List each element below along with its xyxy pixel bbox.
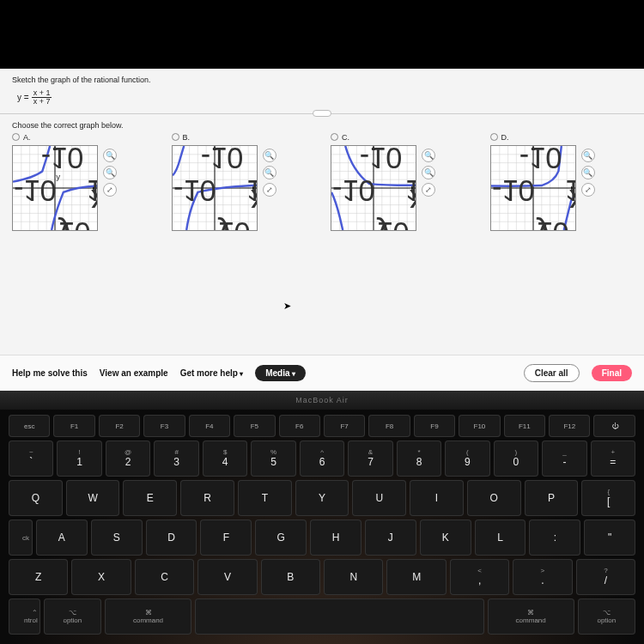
key-r[interactable]: R xyxy=(180,480,234,516)
key-o[interactable]: O xyxy=(467,480,521,516)
key-esc[interactable]: esc xyxy=(9,415,50,437)
key-quote[interactable]: " xyxy=(584,519,635,556)
key-backtick[interactable]: ~` xyxy=(9,440,53,477)
fullscreen-button[interactable]: ⤢ xyxy=(581,183,595,197)
clear-all-button[interactable]: Clear all xyxy=(524,364,580,382)
key-2[interactable]: @2 xyxy=(106,440,150,477)
svg-text:-10: -10 xyxy=(200,145,243,174)
key-minus[interactable]: _- xyxy=(542,440,586,477)
svg-text:y: y xyxy=(535,217,552,231)
question-prompt: Sketch the graph of the rational functio… xyxy=(12,76,632,84)
graph-b[interactable]: 10-1010-10xy xyxy=(172,145,258,231)
media-button[interactable]: Media xyxy=(255,365,306,381)
key-option-left[interactable]: ⌥option xyxy=(44,598,101,635)
key-0[interactable]: )0 xyxy=(494,440,538,477)
key-6[interactable]: ^6 xyxy=(300,440,344,477)
graph-a[interactable]: y 10-1010-10xy xyxy=(12,145,98,231)
key-a[interactable]: A xyxy=(36,519,88,556)
key-q[interactable]: Q xyxy=(9,480,63,516)
zoom-out-button[interactable]: 🔍 xyxy=(581,166,595,179)
key-space[interactable] xyxy=(195,598,484,635)
key-equals[interactable]: += xyxy=(591,440,635,477)
key-s[interactable]: S xyxy=(91,519,143,556)
zoom-controls-c: 🔍 🔍 ⤢ xyxy=(422,145,435,197)
zoom-out-button[interactable]: 🔍 xyxy=(103,166,117,179)
key-f3[interactable]: F3 xyxy=(143,415,185,437)
key-p[interactable]: P xyxy=(525,480,579,516)
qwerty-row: Q W E R T Y U I O P {[ xyxy=(9,480,635,516)
key-5[interactable]: %5 xyxy=(251,440,295,477)
key-t[interactable]: T xyxy=(238,480,292,516)
key-m[interactable]: M xyxy=(386,559,446,595)
fullscreen-button[interactable]: ⤢ xyxy=(103,183,117,197)
key-u[interactable]: U xyxy=(352,480,406,516)
key-slash[interactable]: ?/ xyxy=(576,559,635,595)
graph-d[interactable]: 10-1010-10xy xyxy=(490,145,576,231)
laptop-label: MacBook Air xyxy=(0,391,644,410)
key-command-left[interactable]: ⌘command xyxy=(105,598,191,635)
key-f9[interactable]: F9 xyxy=(414,415,455,437)
key-period[interactable]: >. xyxy=(513,559,572,595)
key-l[interactable]: L xyxy=(475,519,526,556)
key-j[interactable]: J xyxy=(365,519,416,556)
radio-c[interactable] xyxy=(331,133,338,141)
key-bracket-left[interactable]: {[ xyxy=(581,480,635,516)
key-f1[interactable]: F1 xyxy=(53,415,94,437)
key-control[interactable]: ⌃ntrol xyxy=(9,598,40,635)
key-9[interactable]: (9 xyxy=(445,440,489,477)
get-more-help-button[interactable]: Get more help xyxy=(180,368,243,378)
key-f12[interactable]: F12 xyxy=(549,415,590,437)
bottom-row: ⌃ntrol ⌥option ⌘command ⌘command ⌥option xyxy=(9,598,635,635)
key-f5[interactable]: F5 xyxy=(234,415,275,437)
zoom-out-button[interactable]: 🔍 xyxy=(263,166,276,179)
radio-b[interactable] xyxy=(172,133,179,141)
key-i[interactable]: I xyxy=(410,480,464,516)
zoom-in-button[interactable]: 🔍 xyxy=(581,149,595,162)
zoom-out-button[interactable]: 🔍 xyxy=(422,166,435,179)
key-z[interactable]: Z xyxy=(9,559,68,595)
key-8[interactable]: *8 xyxy=(397,440,441,477)
key-capslock[interactable]: ck xyxy=(9,519,33,556)
key-semicolon[interactable]: : xyxy=(529,519,580,556)
zoom-in-button[interactable]: 🔍 xyxy=(103,149,117,162)
view-example-button[interactable]: View an example xyxy=(100,368,168,378)
key-d[interactable]: D xyxy=(146,519,197,556)
key-option-right[interactable]: ⌥option xyxy=(578,598,635,635)
key-n[interactable]: N xyxy=(324,559,383,595)
zoom-in-button[interactable]: 🔍 xyxy=(263,149,276,162)
graph-c[interactable]: 10-1010-10xy xyxy=(331,145,416,231)
final-check-button[interactable]: Final xyxy=(592,365,632,381)
key-f[interactable]: F xyxy=(200,519,252,556)
fullscreen-button[interactable]: ⤢ xyxy=(422,183,435,197)
key-7[interactable]: &7 xyxy=(348,440,392,477)
key-b[interactable]: B xyxy=(261,559,320,595)
key-f7[interactable]: F7 xyxy=(324,415,365,437)
radio-a[interactable] xyxy=(12,133,20,141)
key-comma[interactable]: <, xyxy=(450,559,509,595)
key-power[interactable]: ⏻ xyxy=(593,415,635,437)
help-me-solve-button[interactable]: Help me solve this xyxy=(12,368,88,378)
key-h[interactable]: H xyxy=(310,519,361,556)
key-command-right[interactable]: ⌘command xyxy=(488,598,574,635)
key-4[interactable]: $4 xyxy=(203,440,247,477)
resize-handle[interactable] xyxy=(313,110,331,117)
key-k[interactable]: K xyxy=(420,519,471,556)
zoom-in-button[interactable]: 🔍 xyxy=(422,149,435,162)
key-c[interactable]: C xyxy=(135,559,194,595)
key-3[interactable]: #3 xyxy=(154,440,198,477)
key-f8[interactable]: F8 xyxy=(368,415,410,437)
key-g[interactable]: G xyxy=(255,519,307,556)
key-f11[interactable]: F11 xyxy=(504,415,545,437)
radio-d[interactable] xyxy=(490,133,498,141)
key-f4[interactable]: F4 xyxy=(189,415,230,437)
key-e[interactable]: E xyxy=(123,480,177,516)
key-f10[interactable]: F10 xyxy=(459,415,500,437)
key-f6[interactable]: F6 xyxy=(279,415,320,437)
key-w[interactable]: W xyxy=(66,480,120,516)
key-f2[interactable]: F2 xyxy=(99,415,140,437)
fullscreen-button[interactable]: ⤢ xyxy=(263,183,276,197)
key-1[interactable]: !1 xyxy=(57,440,101,477)
key-v[interactable]: V xyxy=(197,559,257,595)
key-y[interactable]: Y xyxy=(295,480,349,516)
key-x[interactable]: X xyxy=(71,559,131,595)
